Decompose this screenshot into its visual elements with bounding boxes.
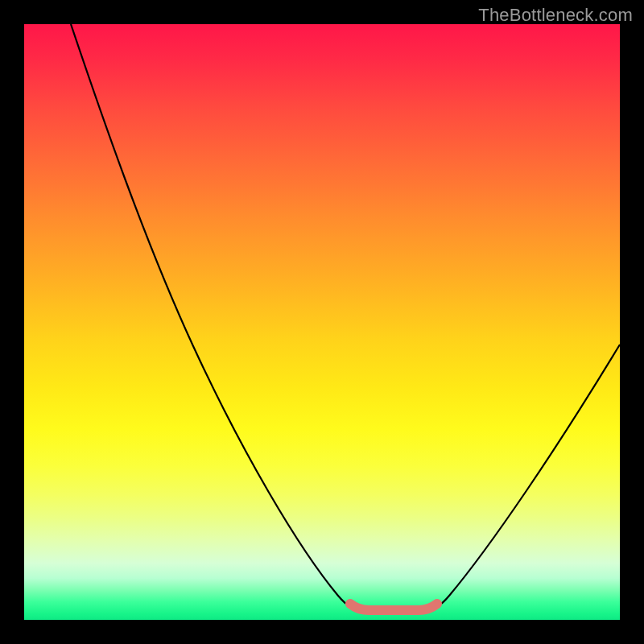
plot-area [24, 24, 620, 620]
bottleneck-curve-path [71, 24, 620, 610]
bottleneck-chart: TheBottleneck.com [0, 0, 644, 644]
target-segment-path [350, 604, 437, 610]
curve-svg [24, 24, 620, 620]
watermark-text: TheBottleneck.com [478, 5, 633, 26]
